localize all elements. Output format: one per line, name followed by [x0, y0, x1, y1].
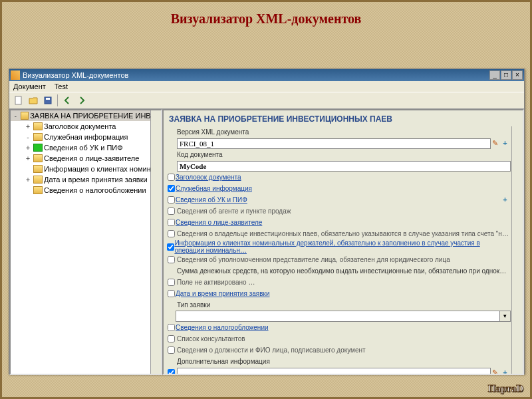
form-row: Сведения об агенте и пункте продаж	[164, 205, 523, 217]
save-button[interactable]	[41, 94, 55, 107]
plus-icon[interactable]: +	[501, 139, 509, 148]
titlebar: Визуализатор XML-документов _ □ ×	[9, 69, 524, 81]
field-label: Код документа	[176, 150, 511, 159]
tree-item[interactable]: Информация о клиентах номинал	[11, 164, 161, 174]
toolbar	[9, 92, 524, 109]
field-label: Дополнительная информация	[176, 357, 511, 366]
form-row: Список консультантов	[164, 333, 523, 344]
folder-icon	[33, 133, 43, 141]
nav-left-button[interactable]	[61, 94, 74, 107]
form-row: Поле не активировано …	[164, 277, 523, 288]
field-link[interactable]: Информация о клиентах номинальных держат…	[174, 239, 511, 254]
maximize-button[interactable]: □	[501, 70, 511, 80]
checkbox[interactable]	[168, 196, 175, 203]
edit-icon[interactable]: ✎	[491, 139, 499, 148]
form-row: Код документа	[164, 149, 523, 160]
tree-root-label: ЗАЯВКА НА ПРИОБРЕТЕНИЕ ИНВЕС	[30, 112, 161, 120]
folder-icon	[33, 122, 43, 130]
nav-right-button[interactable]	[75, 94, 88, 107]
expand-icon[interactable]: +	[24, 144, 32, 152]
field-label: Сведения об агенте и пункте продаж	[176, 207, 511, 215]
tree-item-label: Информация о клиентах номинал	[44, 165, 159, 173]
plus-icon[interactable]: +	[501, 368, 509, 374]
plus-icon[interactable]: +	[501, 196, 509, 204]
form-scroll[interactable]: Версия XML документа✎+Код документаЗагол…	[164, 126, 523, 374]
tree-item[interactable]: +Сведения об УК и ПИФ	[11, 142, 161, 153]
checkbox[interactable]	[168, 290, 175, 297]
text-input[interactable]	[177, 138, 491, 149]
field-link[interactable]: Сведения о лице-заявителе	[176, 219, 262, 226]
form-row: Сведения об УК и ПИФ+	[164, 194, 523, 205]
text-input[interactable]	[177, 161, 511, 172]
checkbox[interactable]	[168, 369, 175, 374]
form-row: Тип заявки	[164, 299, 523, 311]
collapse-icon[interactable]: -	[12, 112, 19, 120]
field-label: Сумма денежных средств, на которую необх…	[176, 267, 511, 275]
checkbox[interactable]	[168, 219, 175, 226]
field-link[interactable]: Служебная информация	[176, 185, 252, 192]
checkbox[interactable]	[167, 243, 174, 251]
folder-icon	[33, 176, 43, 184]
menu-document[interactable]: Документ	[13, 82, 46, 90]
tree-item[interactable]: +Сведения о лице-заявителе	[11, 153, 161, 164]
field-link[interactable]: Сведения о налогообложении	[176, 324, 269, 331]
chevron-down-icon[interactable]: ▾	[499, 311, 510, 321]
checkbox[interactable]	[168, 346, 175, 354]
expand-icon[interactable]: +	[24, 123, 32, 130]
form-row: Сумма денежных средств, на которую необх…	[164, 265, 523, 277]
tree-item-label: Дата и время принятия заявки	[44, 176, 148, 184]
checkbox[interactable]	[168, 256, 175, 263]
field-label: Тип заявки	[176, 301, 511, 309]
menubar: Документ Test	[9, 81, 524, 92]
form-row: Дата и время принятия заявки	[164, 288, 523, 299]
checkbox[interactable]	[168, 174, 175, 181]
form-row: Дополнительная информация	[164, 356, 523, 367]
svg-rect-0	[15, 96, 21, 104]
checkbox[interactable]	[168, 324, 175, 331]
field-link[interactable]: Заголовок документа	[176, 174, 241, 181]
brand-logo: ПартаD	[488, 383, 523, 394]
form-title: ЗАЯВКА НА ПРИОБРЕТЕНИЕ ИНВЕСТИЦИОННЫХ ПА…	[164, 110, 523, 126]
field-label: Поле не активировано …	[176, 278, 511, 287]
checkbox[interactable]	[168, 279, 175, 286]
checkbox[interactable]	[168, 185, 175, 192]
tree-item[interactable]: -Служебная информация	[11, 132, 161, 142]
tree-root[interactable]: - ЗАЯВКА НА ПРИОБРЕТЕНИЕ ИНВЕС	[11, 110, 161, 121]
collapse-icon[interactable]: -	[24, 134, 32, 141]
form-row: Сведения о лице-заявителе	[164, 217, 523, 228]
checkbox[interactable]	[168, 335, 175, 342]
svg-rect-2	[46, 98, 50, 100]
dropdown[interactable]: ▾	[176, 311, 511, 322]
field-link[interactable]: Дата и время принятия заявки	[176, 290, 269, 297]
app-window: Визуализатор XML-документов _ □ × Докуме…	[9, 68, 525, 374]
edit-icon[interactable]: ✎	[491, 368, 499, 374]
tree-pane[interactable]: - ЗАЯВКА НА ПРИОБРЕТЕНИЕ ИНВЕС +Заголово…	[9, 109, 162, 375]
checkbox[interactable]	[168, 207, 175, 215]
folder-icon	[33, 186, 43, 194]
form-row: Сведения об уполномоченном представителе…	[164, 254, 523, 265]
form-row: Сведения о владельце инвестиционных паев…	[164, 228, 523, 239]
menu-test[interactable]: Test	[55, 82, 68, 90]
text-input[interactable]	[177, 368, 491, 374]
expand-icon[interactable]: +	[24, 155, 32, 162]
tree-item[interactable]: +Заголовок документа	[11, 121, 161, 132]
minimize-button[interactable]: _	[489, 70, 500, 80]
form-row: ✎+	[164, 138, 523, 149]
tree-item[interactable]: +Дата и время принятия заявки	[11, 174, 161, 185]
open-button[interactable]	[27, 94, 40, 107]
form-row: Служебная информация	[164, 183, 523, 194]
folder-icon	[33, 154, 43, 162]
tree-item[interactable]: Сведения о налогообложении	[11, 185, 161, 196]
checkbox[interactable]	[168, 230, 175, 237]
expand-icon[interactable]: +	[24, 176, 32, 184]
form-row: Информация о клиентах номинальных держат…	[164, 239, 523, 254]
close-button[interactable]: ×	[512, 70, 523, 80]
form-row	[164, 160, 523, 172]
new-button[interactable]	[12, 94, 25, 107]
tree-item-label: Сведения о лице-заявителе	[44, 154, 139, 162]
form-row: Заголовок документа	[164, 172, 523, 183]
green-box-icon	[33, 144, 43, 152]
app-icon	[11, 70, 20, 80]
form-row: Сведения о должности и ФИО лица, подписа…	[164, 344, 523, 356]
field-link[interactable]: Сведения об УК и ПИФ	[176, 196, 247, 203]
